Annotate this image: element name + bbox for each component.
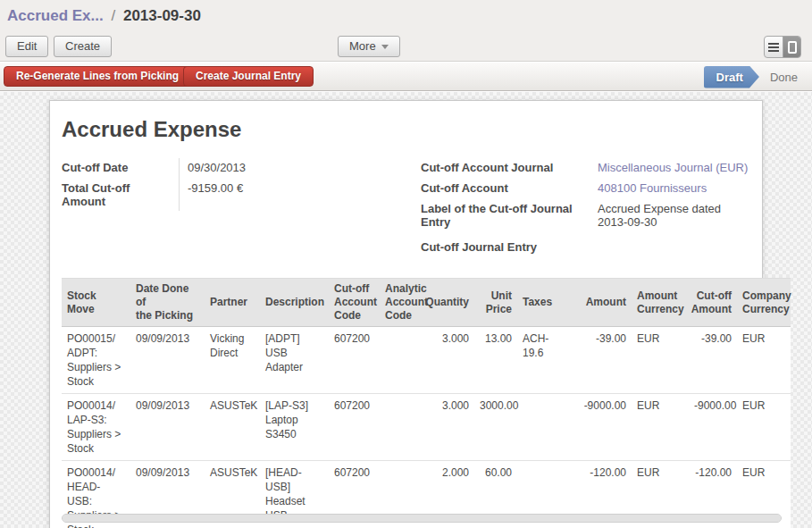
app-window: Accrued Ex... / 2013-09-30 Edit Create M… [0, 0, 812, 528]
field-label: Cut-off Account [421, 179, 592, 199]
statusbar: Draft Done [704, 65, 801, 88]
journal-link[interactable]: Miscellaneous Journal (EUR) [592, 158, 762, 179]
table-cell: PO00015/ ADPT: Suppliers > Stock [62, 327, 130, 393]
table-cell [380, 394, 423, 460]
horizontal-scrollbar[interactable] [62, 514, 782, 523]
breadcrumb-current: 2013-09-30 [123, 7, 201, 24]
lines-table: Stock MoveDate Done of the PickingPartne… [62, 278, 791, 528]
field-group-right: Cut-off Account Journal Miscellaneous Jo… [421, 158, 762, 258]
field-value: Accrued Expense dated 2013-09-30 [592, 199, 762, 231]
breadcrumb-parent-link[interactable]: Accrued Ex... [7, 7, 104, 24]
table-cell [517, 394, 573, 460]
more-button-label: More [349, 39, 376, 53]
field-value [592, 238, 762, 258]
table-cell: Vicking Direct [205, 327, 260, 393]
table-cell: EUR [632, 394, 689, 460]
field-label: Cut-off Journal Entry [421, 238, 592, 258]
table-cell: 09/09/2013 [130, 327, 205, 393]
table-cell: 09/09/2013 [130, 394, 205, 460]
field-group-left: Cut-off Date 09/30/2013 Total Cut-off Am… [62, 158, 410, 211]
list-icon [768, 43, 779, 45]
create-journal-entry-button[interactable]: Create Journal Entry [183, 66, 314, 87]
column-header[interactable]: Cut-off Amount [689, 279, 737, 326]
column-header[interactable]: Partner [205, 279, 260, 326]
field-cutoff-journal-entry: Cut-off Journal Entry [421, 238, 762, 258]
table-cell: EUR [737, 327, 791, 393]
edit-button[interactable]: Edit [5, 36, 48, 57]
field-journal-entry-label: Label of the Cut-off Journal Entry Accru… [421, 199, 762, 231]
table-row[interactable]: PO00014/ LAP-S3: Suppliers > Stock09/09/… [62, 394, 791, 461]
field-label: Total Cut-off Amount [62, 179, 180, 211]
column-header[interactable]: Analytic Account Code [380, 279, 423, 326]
field-label: Label of the Cut-off Journal Entry [421, 199, 592, 231]
table-cell: [ADPT] USB Adapter [260, 327, 329, 393]
table-cell: EUR [737, 394, 791, 460]
view-switcher [764, 36, 801, 58]
column-header[interactable]: Quantity [423, 279, 474, 326]
field-value: -9159.00 € [180, 179, 349, 211]
column-header[interactable]: Taxes [517, 279, 573, 326]
column-header[interactable]: Stock Move [62, 279, 130, 326]
status-done: Done [770, 71, 798, 84]
field-cutoff-account: Cut-off Account 408100 Fournisseurs [421, 179, 762, 199]
form-view-button[interactable] [783, 37, 800, 57]
field-value: 09/30/2013 [180, 158, 349, 179]
field-cutoff-date: Cut-off Date 09/30/2013 [62, 158, 410, 179]
table-cell: [LAP-S3] Laptop S3450 [260, 394, 329, 460]
field-total-cutoff-amount: Total Cut-off Amount -9159.00 € [62, 179, 410, 211]
create-button[interactable]: Create [54, 36, 112, 57]
field-label: Cut-off Account Journal [421, 158, 592, 179]
column-header[interactable]: Unit Price [474, 279, 517, 326]
table-cell: -9000.00 [573, 394, 632, 460]
status-draft: Draft [704, 66, 759, 88]
column-header[interactable]: Cut-off Account Code [329, 279, 380, 326]
table-header-row: Stock MoveDate Done of the PickingPartne… [62, 278, 791, 327]
scrollbar-thumb[interactable] [63, 515, 781, 522]
form-background: Accrued Expense Cut-off Date 09/30/2013 … [0, 92, 812, 528]
table-cell: PO00014/ LAP-S3: Suppliers > Stock [62, 394, 130, 460]
table-cell: -39.00 [573, 327, 632, 393]
table-cell: -9000.00 [689, 394, 737, 460]
column-header[interactable]: Description [260, 279, 329, 326]
chevron-down-icon [381, 45, 389, 49]
table-row[interactable]: PO00015/ ADPT: Suppliers > Stock09/09/20… [62, 327, 791, 394]
table-cell: ASUSTeK [205, 394, 260, 460]
table-cell: -39.00 [689, 327, 737, 393]
table-cell: 3.000 [423, 394, 474, 460]
breadcrumb-separator: / [107, 7, 119, 24]
field-cutoff-account-journal: Cut-off Account Journal Miscellaneous Jo… [421, 158, 762, 179]
page-title: Accrued Expense [62, 117, 241, 142]
table-cell: ACH-19.6 [517, 327, 573, 393]
form-sheet: Accrued Expense Cut-off Date 09/30/2013 … [49, 100, 763, 528]
table-cell [380, 327, 423, 393]
table-cell: 607200 [329, 394, 380, 460]
toolbar: Edit Create More [0, 32, 812, 62]
more-button[interactable]: More [338, 36, 400, 57]
account-link[interactable]: 408100 Fournisseurs [592, 179, 762, 199]
table-cell: 607200 [329, 327, 380, 393]
column-header[interactable]: Date Done of the Picking [130, 279, 205, 326]
table-cell: 3000.00 [474, 394, 517, 460]
list-view-button[interactable] [765, 37, 783, 57]
column-header[interactable]: Company Currency [737, 279, 791, 326]
table-cell: 13.00 [474, 327, 517, 393]
table-cell: 3.000 [423, 327, 474, 393]
table-body: PO00015/ ADPT: Suppliers > Stock09/09/20… [62, 327, 791, 528]
field-label: Cut-off Date [62, 158, 180, 179]
form-icon [788, 41, 797, 54]
action-bar: Re-Generate Lines from Picking Create Jo… [0, 63, 812, 91]
breadcrumb: Accrued Ex... / 2013-09-30 [0, 0, 812, 32]
column-header[interactable]: Amount [573, 279, 632, 326]
column-header[interactable]: Amount Currency [632, 279, 689, 326]
regenerate-lines-button[interactable]: Re-Generate Lines from Picking [4, 66, 191, 87]
table-cell: EUR [632, 327, 689, 393]
